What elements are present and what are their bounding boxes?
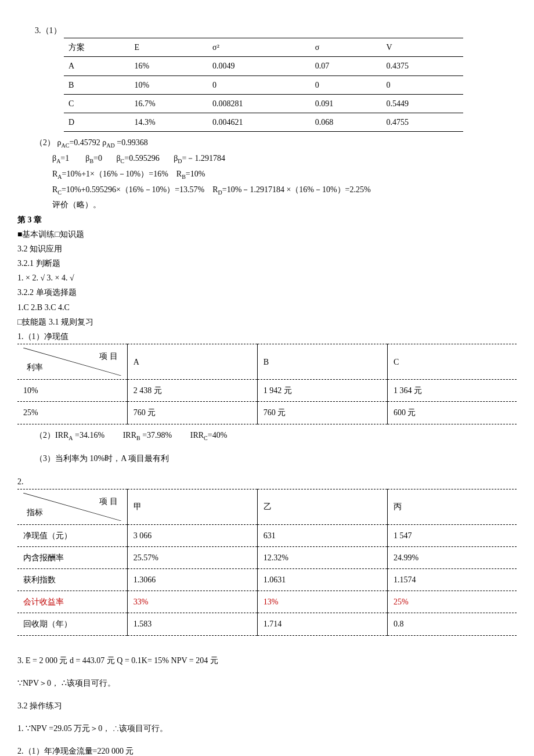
line: 2.（1）年净现金流量=220 000 元 [17,744,517,756]
line: 3.2 知识应用 [17,242,517,256]
line: 3.2 操作练习 [17,699,517,713]
table-row: 方案 E σ² σ V [64,38,463,57]
line: 3.2.1 判断题 [17,256,517,271]
diag-header: 项 目 利率 [17,344,127,380]
table-row: 项 目 利率 A B C [17,344,517,380]
table-row: D14.3%0.0046210.0680.4755 [64,113,463,131]
line: 1. × 2. √ 3. × 4. √ [17,271,517,285]
table-row: 获利指数1.30661.06311.1574 [17,569,517,591]
table-indicators: 项 目 指标 甲 乙 丙 净现值（元）3 0666311 547 内含报酬率25… [17,489,517,636]
profit-line: （3）当利率为 10%时，A 项目最有利 [35,451,517,466]
line: ∵NPV＞0， ∴该项目可行。 [17,676,517,690]
line: ■基本训练□知识题 [17,227,517,242]
table-row: 项 目 指标 甲 乙 丙 [17,489,517,524]
line: 3. E = 2 000 元 d = 443.07 元 Q = 0.1K= 15… [17,653,517,668]
table-row: 回收期（年）1.5831.7140.8 [17,613,517,635]
table-row: 内含报酬率25.57%12.32%24.99% [17,546,517,568]
cell: σ² [208,38,311,57]
line: □技能题 3.1 规则复习 [17,315,517,329]
ra-line: RA=10%+1×（16%－10%）=16% RB=10% [52,167,517,182]
q2-label: 2. [17,474,517,489]
table-row: C16.7%0.0082810.0910.5449 [64,94,463,113]
irr-line: （2）IRRA =34.16% IRRB =37.98% IRRC=40% [35,428,517,444]
line: 1. ∵NPV =29.05 万元＞0， ∴该项目可行。 [17,721,517,736]
table-row: 会计收益率33%13%25% [17,591,517,613]
table-row: 净现值（元）3 0666311 547 [17,524,517,546]
beta-line: βA=1 βB=0 βC=0.595296 βD=－1.291784 [52,151,517,167]
cell: E [130,38,208,57]
rc-line: RC=10%+0.595296×（16%－10%）=13.57% RD=10%－… [52,182,517,198]
table-npv: 项 目 利率 A B C 10%2 438 元1 942 元1 364 元 25… [17,344,517,424]
chapter-3-title: 第 3 章 [17,213,517,227]
cell: V [381,38,463,57]
diag-header: 项 目 指标 [17,489,127,524]
line: 1.（1）净现值 [17,329,517,344]
cell: 方案 [64,38,130,57]
line: 1.C 2.B 3.C 4.C [17,300,517,315]
q3-1-label: 3.（1） [35,23,517,38]
table-row: 10%2 438 元1 942 元1 364 元 [17,380,517,402]
line: 3.2.2 单项选择题 [17,285,517,300]
table-row: 25%760 元760 元600 元 [17,402,517,424]
rho-line: （2） ρAC=0.45792 ρAD =0.99368 [35,135,517,151]
table-variance: 方案 E σ² σ V A16%0.00490.070.4375 B10%000… [64,38,463,132]
table-row: B10%000 [64,75,463,94]
table-row: A16%0.00490.070.4375 [64,57,463,75]
cell: σ [311,38,382,57]
eval-line: 评价（略）。 [52,197,517,212]
